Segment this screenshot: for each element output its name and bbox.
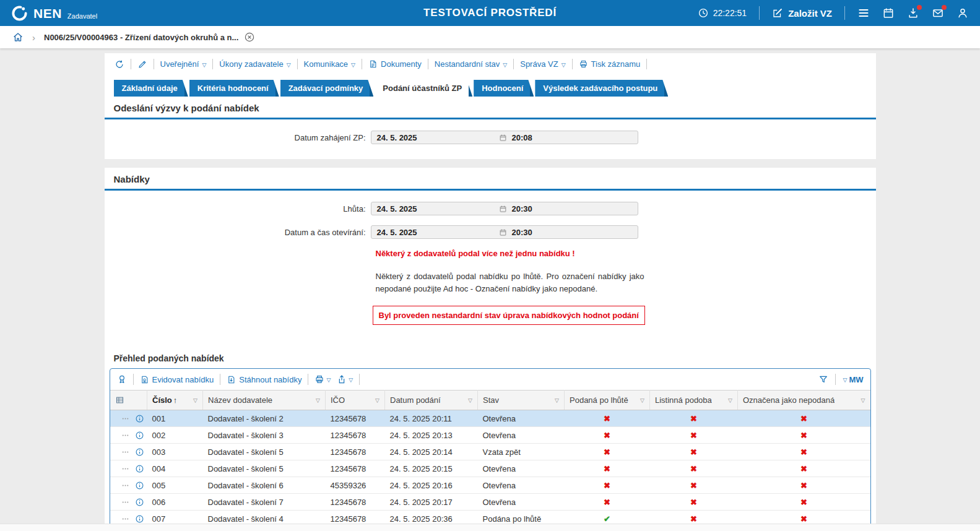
lhuta-field[interactable]: 24. 5. 2025 20:30 [371, 202, 638, 215]
row-menu-icon[interactable] [121, 431, 129, 439]
messages-button[interactable] [932, 7, 944, 19]
table-row[interactable]: 003 Dodavatel - školení 5 12345678 24. 5… [110, 444, 870, 460]
main-menu-button[interactable] [857, 7, 870, 19]
tab-podani-ucastniku-zp[interactable]: Podání účastníků ZP [375, 80, 472, 97]
cell-submitted-at: 24. 5. 2025 20:15 [385, 460, 478, 477]
button-label: Evidovat nabídku [152, 375, 214, 384]
info-icon[interactable] [135, 414, 144, 423]
clock-icon [698, 7, 709, 19]
calendar-picker-icon[interactable] [499, 228, 507, 236]
menu-ukony-zadavatele[interactable]: Úkony zadavatele▽ [219, 59, 290, 69]
tab-kriteria-hodnoceni[interactable]: Kritéria hodnocení [189, 80, 279, 97]
table-row[interactable]: 001 Dodavatel - školení 2 12345678 24. 5… [110, 410, 870, 427]
tab-hodnoceni[interactable]: Hodnocení [474, 80, 534, 97]
row-menu-icon[interactable] [121, 481, 129, 490]
not-submitted-mark: ✖ [800, 464, 807, 473]
column-header-listinna[interactable]: Listinná podoba▽ [650, 391, 738, 410]
cell-number: 001 [147, 410, 203, 427]
column-filter-icon[interactable]: ▽ [193, 397, 197, 404]
column-header-stav[interactable]: Stav▽ [478, 391, 565, 410]
filter-button[interactable] [818, 374, 828, 384]
menu-nestandardni-stav[interactable]: Nestandardní stav▽ [435, 59, 507, 69]
row-menu-icon[interactable] [121, 515, 129, 523]
tab-label: Zadávací podmínky [288, 84, 363, 93]
user-profile-button[interactable] [956, 7, 969, 19]
column-header-nepodana[interactable]: Označena jako nepodaná▽ [738, 391, 870, 410]
not-submitted-mark: ✖ [800, 414, 807, 423]
create-vz-button[interactable]: Založit VZ [772, 7, 832, 19]
column-filter-icon[interactable]: ▽ [316, 397, 320, 404]
column-filter-icon[interactable]: ▽ [468, 397, 472, 404]
check-submissions-button[interactable] [117, 374, 127, 384]
table-row[interactable]: 002 Dodavatel - školení 3 12345678 24. 5… [110, 427, 870, 444]
column-header-cislo[interactable]: Číslo↑▽ [147, 391, 203, 410]
cell-supplier-name: Dodavatel - školení 5 [203, 444, 326, 460]
info-icon[interactable] [135, 464, 144, 473]
table-row[interactable]: 005 Dodavatel - školení 6 45359326 24. 5… [110, 477, 870, 494]
breadcrumb-separator: › [32, 32, 35, 43]
row-menu-icon[interactable] [121, 415, 129, 423]
menu-dokumenty[interactable]: Dokumenty [368, 59, 422, 69]
menu-komunikace[interactable]: Komunikace▽ [304, 59, 355, 69]
breadcrumb-current-tab[interactable]: N006/25/V00004963 - Zřízení datových okr… [44, 32, 255, 43]
print-menu-button[interactable]: ▽ [314, 374, 331, 384]
column-filter-icon[interactable]: ▽ [375, 397, 379, 404]
user-icon [956, 7, 969, 19]
table-row[interactable]: 004 Dodavatel - školení 5 12345678 24. 5… [110, 460, 870, 477]
tab-vysledek-zadavaciho-postupu[interactable]: Výsledek zadávacího postupu [535, 80, 668, 97]
history-button[interactable] [115, 59, 124, 69]
register-bid-button[interactable]: Evidovat nabídku [140, 375, 214, 384]
calendar-picker-icon[interactable] [499, 134, 507, 142]
view-mw-dropdown[interactable]: ▽MW [843, 375, 863, 384]
divider [133, 374, 134, 385]
column-header-ico[interactable]: IČO▽ [326, 391, 385, 410]
cell-supplier-name: Dodavatel - školení 5 [203, 460, 326, 477]
table-row[interactable]: 006 Dodavatel - školení 7 12345678 24. 5… [110, 494, 870, 511]
top-header: NEN Zadavatel TESTOVACÍ PROSTŘEDÍ 22:22:… [0, 0, 980, 26]
environment-title: TESTOVACÍ PROSTŘEDÍ [423, 7, 557, 19]
row-menu-icon[interactable] [121, 448, 129, 456]
row-menu-icon[interactable] [121, 465, 129, 473]
tab-zakladni-udaje[interactable]: Základní údaje [114, 80, 188, 97]
edit-button[interactable] [137, 59, 147, 69]
record-tabs: Základní údaje Kritéria hodnocení Zadáva… [105, 75, 876, 97]
info-icon[interactable] [135, 514, 144, 524]
cell-supplier-name: Dodavatel - školení 3 [203, 427, 326, 444]
oteviranni-field[interactable]: 24. 5. 2025 20:30 [371, 225, 638, 239]
info-icon[interactable] [135, 431, 144, 440]
column-header-datum[interactable]: Datum podání▽ [385, 391, 478, 410]
column-header-po-lhute[interactable]: Podaná po lhůtě▽ [565, 391, 650, 410]
home-button[interactable] [12, 32, 24, 43]
tab-zadavaci-podminky[interactable]: Zadávací podmínky [280, 80, 374, 97]
column-filter-icon[interactable]: ▽ [861, 397, 865, 404]
bids-form: Lhůta: 24. 5. 2025 20:30 Datum a čas ote… [105, 191, 876, 342]
export-menu-button[interactable]: ▽ [337, 374, 353, 384]
calendar-button[interactable] [882, 7, 895, 19]
datum-zahajeni-field[interactable]: 24. 5. 2025 20:08 [371, 131, 638, 144]
column-label: Stav [483, 395, 499, 405]
info-icon[interactable] [135, 498, 144, 507]
divider [759, 6, 760, 20]
calendar-picker-icon[interactable] [499, 205, 507, 213]
printer-icon [314, 374, 324, 384]
column-settings-header[interactable] [110, 391, 147, 410]
table-header-row: Číslo↑▽ Název dodavatele▽ IČO▽ Datum pod… [110, 391, 870, 410]
nen-brand[interactable]: NEN Zadavatel [11, 5, 97, 22]
menu-uverejneni[interactable]: Uveřejnění▽ [160, 59, 207, 69]
column-filter-icon[interactable]: ▽ [640, 397, 644, 404]
info-icon[interactable] [135, 481, 144, 490]
downloads-button[interactable] [907, 7, 919, 19]
row-menu-icon[interactable] [121, 498, 129, 506]
column-filter-icon[interactable]: ▽ [728, 397, 732, 404]
menu-tisk-zaznamu[interactable]: Tisk záznamu [579, 59, 641, 69]
column-header-nazev[interactable]: Název dodavatele▽ [203, 391, 326, 410]
column-filter-icon[interactable]: ▽ [555, 397, 559, 404]
cell-ico: 12345678 [326, 494, 385, 511]
chevron-down-icon: ▽ [843, 377, 847, 383]
cell-status: Otevřena [478, 427, 565, 444]
info-icon[interactable] [135, 447, 144, 457]
download-bids-button[interactable]: Stáhnout nabídky [227, 375, 301, 384]
cell-number: 006 [147, 494, 203, 511]
close-tab-button[interactable] [244, 32, 255, 43]
menu-sprava-vz[interactable]: Správa VZ▽ [520, 59, 565, 69]
